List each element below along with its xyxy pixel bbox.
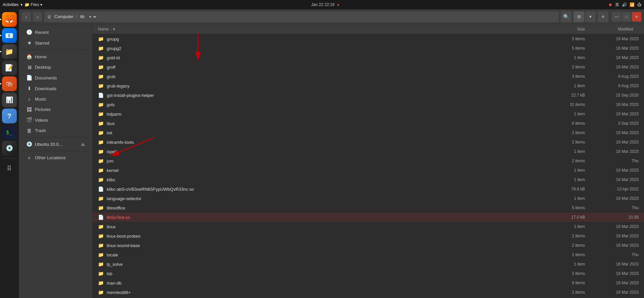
sidebar-item-music[interactable]: ♪ Music [21, 94, 90, 104]
file-row[interactable]: 📁 klibc 1 item 16 Mar 2023 [93, 175, 644, 184]
dock-help[interactable]: ? [2, 109, 17, 123]
sidebar-item-desktop[interactable]: 🖥 Desktop [21, 62, 90, 72]
column-modified-header[interactable]: Modified [585, 27, 639, 32]
file-modified: 16 Mar 2023 [585, 55, 639, 60]
sidebar-item-videos[interactable]: 🎬 Videos [21, 115, 90, 125]
column-size-label: Size [577, 27, 585, 32]
view-dropdown-button[interactable]: ▾ [585, 11, 596, 22]
file-row[interactable]: 📁 lp_solve 1 item 16 Mar 2023 [93, 259, 644, 269]
file-row[interactable]: 📁 init 2 items 16 Mar 2023 [93, 128, 644, 137]
file-row[interactable]: 📁 memtest86+ 2 items 16 Mar 2023 [93, 288, 644, 297]
breadcrumb-dropdown[interactable]: ▾ [87, 14, 97, 20]
column-name-dropdown[interactable]: ▾ [113, 27, 115, 32]
file-modified: 16 Mar 2023 [585, 112, 639, 116]
file-row[interactable]: 📁 hdparm 1 item 16 Mar 2023 [93, 109, 644, 119]
file-row[interactable]: 📁 gold-ld 1 item 16 Mar 2023 [93, 53, 644, 62]
sidebar-item-pictures[interactable]: 🖼 Pictures [21, 105, 90, 114]
back-button[interactable]: ‹ [21, 12, 31, 21]
dock-thunderbird[interactable]: 📧 [2, 28, 17, 43]
sidebar-item-documents[interactable]: 📄 Documents [21, 73, 90, 83]
column-size-header[interactable]: Size [545, 27, 585, 32]
file-type-icon: 📁 [98, 74, 105, 79]
file-size: 1 item [545, 55, 585, 60]
file-type-icon: 📁 [98, 243, 105, 248]
sidebar-device-ubuntu[interactable]: 💿 Ubuntu 20.0... ⏏ [21, 139, 90, 149]
file-row[interactable]: 📁 grub-legacy 1 item 6 Aug 2023 [93, 81, 644, 91]
file-modified: 13 Apr 2022 [585, 187, 639, 191]
sidebar-item-starred[interactable]: ★ Starred [21, 38, 90, 48]
file-row[interactable]: 📁 linux 1 item 16 Mar 2023 [93, 222, 644, 231]
dock-show-apps[interactable]: ⠿ [2, 161, 17, 176]
file-size: 2 items [545, 140, 585, 144]
file-row[interactable]: 📁 linux-sound-base 2 items 16 Mar 2023 [93, 241, 644, 250]
grid-view-button[interactable]: ⊞ [574, 11, 584, 22]
file-type-icon: 📁 [98, 102, 105, 107]
minimize-button[interactable]: — [612, 12, 621, 21]
file-name: man-db [107, 281, 545, 286]
dock-dvd[interactable]: 💿 [2, 141, 17, 156]
file-row[interactable]: 📁 groff 2 items 16 Mar 2023 [93, 62, 644, 72]
file-modified: 16 Mar 2023 [585, 243, 639, 248]
sidebar-item-recent[interactable]: 🕒 Recent [21, 27, 90, 37]
dock-ubuntu-store[interactable]: 🛍 [2, 76, 17, 91]
file-row[interactable]: 📁 ispell 1 item 16 Mar 2023 [93, 147, 644, 156]
starred-icon: ★ [26, 40, 32, 46]
breadcrumb: 🖥 Computer / lib ▾ [44, 11, 559, 22]
dock-libre[interactable]: 📊 [2, 93, 17, 107]
file-type-icon: 📁 [98, 261, 105, 267]
file-row[interactable]: 📁 gvfs 31 items 16 Mar 2023 [93, 100, 644, 109]
files-menu-label: Files [31, 2, 39, 7]
file-row[interactable]: 📁 ibus 6 items 3 Sep 2023 [93, 119, 644, 128]
file-row[interactable]: 📄 klibc-abS-oVB3xeRN8SFypUWbQvR33nc.so 7… [93, 184, 644, 194]
menu-button[interactable]: ≡ [598, 11, 608, 22]
file-row[interactable]: 📄 gst-install-plugins-helper 22.7 kB 23 … [93, 91, 644, 100]
dock-terminal[interactable]: $_ [2, 125, 17, 139]
search-button[interactable]: 🔍 [561, 11, 572, 22]
file-row[interactable]: 📄 libSoTest.so 17.0 kB 21:59 [93, 213, 644, 222]
files-menu[interactable]: 📁 Files ▾ [24, 2, 42, 7]
search-icon: 🔍 [563, 14, 569, 20]
file-row[interactable]: 📁 gnupg 5 items 16 Mar 2023 [93, 34, 644, 44]
file-size: 2 items [545, 290, 585, 295]
record-icon[interactable]: ⏺ [608, 2, 612, 7]
file-type-icon: 📁 [98, 205, 105, 211]
breadcrumb-current[interactable]: lib [79, 13, 86, 20]
sidebar-item-trash[interactable]: 🗑 Trash [21, 126, 90, 135]
network-icon[interactable]: 📶 [630, 2, 635, 7]
file-row[interactable]: 📁 man-db 9 items 16 Mar 2023 [93, 278, 644, 288]
breadcrumb-computer[interactable]: Computer [53, 13, 75, 20]
file-modified: 16 Mar 2023 [585, 290, 639, 295]
file-type-icon: 📁 [98, 290, 105, 295]
sidebar-item-home[interactable]: 🏠 Home [21, 52, 90, 62]
file-row[interactable]: 📁 initramfs-tools 2 items 16 Mar 2023 [93, 137, 644, 147]
file-modified: 16 Mar 2023 [585, 177, 639, 182]
forward-button[interactable]: › [33, 12, 42, 21]
file-row[interactable]: 📁 locale 2 items Thu [93, 250, 644, 259]
file-modified: 16 Mar 2023 [585, 281, 639, 285]
dock-librewriter[interactable]: 📝 [2, 60, 17, 75]
sidebar: 🕒 Recent ★ Starred 🏠 Home 🖥 Desktop [19, 24, 93, 298]
input-source[interactable]: 英 [615, 2, 619, 8]
file-row[interactable]: 📁 lsb 2 items 16 Mar 2023 [93, 269, 644, 278]
sidebar-item-other-locations[interactable]: + Other Locations [21, 153, 90, 163]
file-row[interactable]: 📁 jvm 2 items Thu [93, 156, 644, 166]
file-type-icon: 📁 [98, 46, 105, 51]
column-name-header[interactable]: Name ↓ ▾ [98, 27, 545, 32]
sidebar-item-downloads[interactable]: ⬇ Downloads [21, 83, 90, 94]
dock-firefox[interactable]: 🦊 [2, 12, 17, 27]
maximize-button[interactable]: □ [622, 12, 631, 21]
back-icon: ‹ [26, 14, 27, 19]
audio-icon[interactable]: 🔊 [622, 2, 627, 7]
file-row[interactable]: 📁 gnupg2 5 items 16 Mar 2023 [93, 44, 644, 53]
close-button[interactable]: ✕ [632, 12, 641, 21]
file-row[interactable]: 📁 linux-boot-probes 2 items 16 Mar 2023 [93, 231, 644, 241]
dock-files[interactable]: 📁 [2, 44, 17, 59]
file-row[interactable]: 📁 language-selector 1 item 16 Mar 2023 [93, 194, 644, 203]
file-row[interactable]: 📁 grub 3 items 6 Aug 2023 [93, 72, 644, 81]
activities-button[interactable]: Activities [3, 2, 18, 7]
file-modified: Thu [585, 205, 639, 210]
eject-button[interactable]: ⏏ [81, 142, 85, 147]
file-row[interactable]: 📁 kernel 1 item 16 Mar 2023 [93, 166, 644, 175]
power-icon[interactable]: ⏻ [637, 2, 641, 7]
file-row[interactable]: 📁 libreoffice 5 items Thu [93, 203, 644, 213]
